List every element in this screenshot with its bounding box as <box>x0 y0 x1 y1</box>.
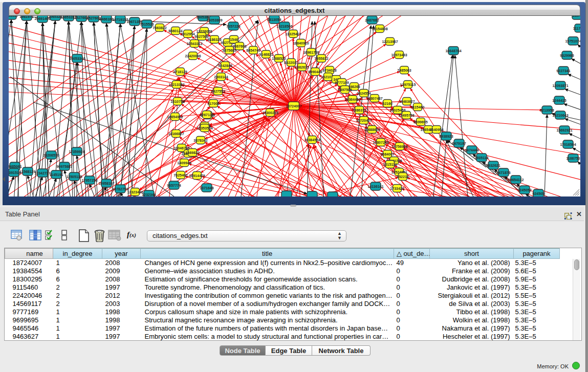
svg-text:7663822: 7663822 <box>153 26 166 30</box>
svg-text:7955812: 7955812 <box>314 57 328 60</box>
svg-text:15692921: 15692921 <box>556 128 572 132</box>
svg-text:11568129: 11568129 <box>20 170 36 173</box>
svg-text:16210643: 16210643 <box>552 114 568 117</box>
svg-text:10688609: 10688609 <box>364 128 380 132</box>
svg-text:1981971: 1981971 <box>19 16 33 18</box>
svg-text:16961758: 16961758 <box>303 51 319 54</box>
svg-text:8990448: 8990448 <box>308 70 322 74</box>
svg-text:6497508: 6497508 <box>338 88 352 92</box>
svg-text:12495758: 12495758 <box>398 114 414 117</box>
svg-text:1733426: 1733426 <box>390 187 404 190</box>
svg-text:10654112: 10654112 <box>508 178 524 182</box>
svg-text:12213382: 12213382 <box>168 83 184 86</box>
svg-text:18640910: 18640910 <box>293 41 309 45</box>
svg-text:18724007: 18724007 <box>286 104 301 108</box>
svg-text:3875685: 3875685 <box>222 49 236 52</box>
svg-text:8322037: 8322037 <box>284 61 298 64</box>
svg-text:8699695: 8699695 <box>413 120 427 124</box>
svg-text:17016504: 17016504 <box>560 143 576 146</box>
svg-text:10807487: 10807487 <box>366 97 382 100</box>
svg-text:12323446: 12323446 <box>127 190 143 194</box>
svg-text:3912954: 3912954 <box>181 32 194 36</box>
svg-text:8186328: 8186328 <box>207 38 221 41</box>
svg-text:9245052: 9245052 <box>517 188 531 192</box>
svg-text:1640954: 1640954 <box>429 128 443 132</box>
svg-text:11325419: 11325419 <box>286 32 301 36</box>
svg-text:13975115: 13975115 <box>400 83 416 86</box>
svg-text:14136141: 14136141 <box>367 185 383 188</box>
svg-text:8454749: 8454749 <box>246 49 260 52</box>
svg-text:10958107: 10958107 <box>98 182 114 185</box>
svg-text:10719155: 10719155 <box>112 18 128 21</box>
svg-text:1527602: 1527602 <box>86 16 100 20</box>
svg-text:8267130: 8267130 <box>200 113 213 117</box>
svg-text:2935114: 2935114 <box>475 156 489 160</box>
svg-text:9474444: 9474444 <box>465 148 478 152</box>
svg-text:7625402: 7625402 <box>173 173 187 177</box>
svg-text:1469822: 1469822 <box>185 151 199 155</box>
svg-text:15751074: 15751074 <box>565 39 580 43</box>
svg-text:10046788: 10046788 <box>173 146 189 150</box>
svg-text:6466160: 6466160 <box>99 17 113 21</box>
svg-text:12093871: 12093871 <box>552 84 568 87</box>
svg-text:19654982: 19654982 <box>167 115 183 119</box>
svg-text:16154808: 16154808 <box>372 27 387 31</box>
svg-text:1145191: 1145191 <box>50 173 63 177</box>
svg-text:17359924: 17359924 <box>69 150 84 154</box>
svg-text:8938923: 8938923 <box>439 135 453 138</box>
svg-text:22420046: 22420046 <box>185 54 201 58</box>
svg-text:1244415: 1244415 <box>552 99 566 102</box>
svg-text:1371648: 1371648 <box>200 186 213 190</box>
svg-text:10973493: 10973493 <box>391 53 407 57</box>
svg-text:7632621: 7632621 <box>486 164 500 167</box>
svg-text:17957253: 17957253 <box>81 179 97 182</box>
svg-text:10720407: 10720407 <box>356 119 372 122</box>
svg-text:8471876: 8471876 <box>496 171 510 174</box>
svg-text:10543312: 10543312 <box>186 42 202 46</box>
svg-text:1166753: 1166753 <box>567 157 580 160</box>
svg-text:6734028: 6734028 <box>322 69 336 72</box>
svg-text:2487682: 2487682 <box>365 18 379 22</box>
svg-text:62160: 62160 <box>382 102 393 105</box>
svg-text:12353594: 12353594 <box>197 126 212 130</box>
svg-text:9777109: 9777109 <box>335 81 349 84</box>
svg-text:2367608: 2367608 <box>232 45 246 48</box>
svg-text:90975887: 90975887 <box>56 165 72 168</box>
svg-text:1610756: 1610756 <box>170 100 184 103</box>
svg-text:9684007: 9684007 <box>380 152 394 156</box>
svg-text:19218506: 19218506 <box>276 25 292 28</box>
svg-text:9327506: 9327506 <box>194 35 208 38</box>
svg-text:19384554: 19384554 <box>304 138 320 142</box>
svg-text:19463627: 19463627 <box>399 100 415 103</box>
svg-text:9657774: 9657774 <box>167 184 181 187</box>
svg-text:152214: 152214 <box>397 175 408 179</box>
svg-text:1588520: 1588520 <box>272 57 286 60</box>
svg-text:19166827: 19166827 <box>168 132 184 136</box>
svg-text:8813054: 8813054 <box>267 18 281 21</box>
svg-text:9227341: 9227341 <box>556 69 570 73</box>
svg-text:4485061: 4485061 <box>9 165 22 168</box>
svg-text:12213967: 12213967 <box>382 40 398 43</box>
svg-text:1117533: 1117533 <box>573 27 580 30</box>
svg-text:7485063: 7485063 <box>397 69 411 72</box>
svg-text:1403557: 1403557 <box>9 16 18 17</box>
svg-text:1015112: 1015112 <box>383 163 397 166</box>
svg-text:1232344: 1232344 <box>142 193 156 196</box>
svg-text:15300215: 15300215 <box>262 111 278 115</box>
svg-text:7386372: 7386372 <box>352 108 366 112</box>
svg-text:15807249: 15807249 <box>373 141 388 144</box>
svg-text:8213958: 8213958 <box>540 108 554 112</box>
svg-text:12342737: 12342737 <box>34 171 50 175</box>
svg-text:16914479: 16914479 <box>189 174 205 178</box>
svg-text:12505135: 12505135 <box>66 175 82 179</box>
svg-text:9242848: 9242848 <box>218 64 232 68</box>
svg-text:6479197: 6479197 <box>452 142 466 145</box>
svg-text:2391514: 2391514 <box>9 171 21 174</box>
svg-text:7357224: 7357224 <box>226 25 240 28</box>
svg-text:16053809: 16053809 <box>206 18 222 22</box>
svg-text:10782759: 10782759 <box>112 187 128 191</box>
svg-text:11174: 11174 <box>573 16 580 17</box>
svg-text:417006: 417006 <box>207 102 219 105</box>
svg-text:9115460: 9115460 <box>411 105 425 109</box>
svg-text:20364436: 20364436 <box>344 98 360 101</box>
